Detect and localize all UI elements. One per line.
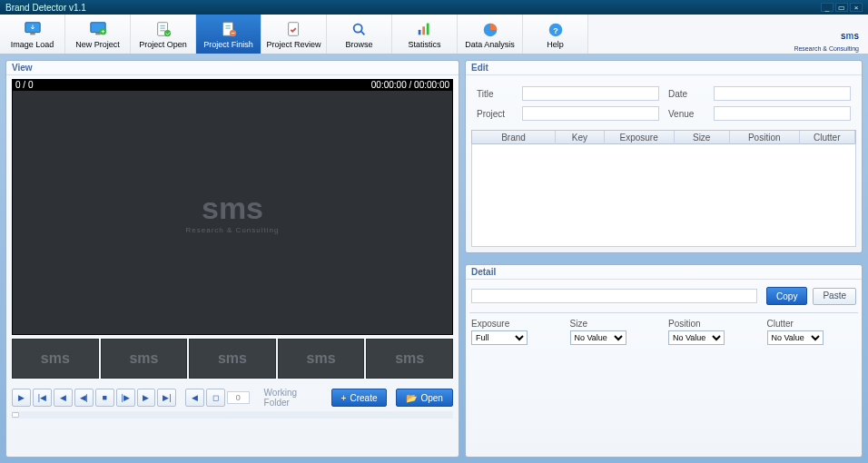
step-back-button[interactable]: ◀| bbox=[74, 389, 94, 407]
skip-end-button[interactable]: ▶| bbox=[157, 389, 176, 407]
toolbar-browse[interactable]: Browse bbox=[327, 15, 392, 54]
view-header: View bbox=[6, 61, 459, 75]
time-counter: 00:00:00 / 00:00:00 bbox=[371, 80, 449, 90]
date-label: Date bbox=[668, 89, 705, 99]
prev-button[interactable]: ◀ bbox=[54, 389, 73, 407]
counter-field: 0 bbox=[227, 391, 250, 404]
thumbnail-4[interactable]: sms bbox=[278, 339, 365, 379]
detail-panel: Detail Copy Paste ExposureFullSizeNo Val… bbox=[465, 264, 863, 458]
toolbar-statistics[interactable]: Statistics bbox=[392, 15, 458, 54]
folder-icon: 📂 bbox=[406, 393, 417, 403]
exposure-select[interactable]: Full bbox=[471, 330, 528, 345]
create-button[interactable]: + Create bbox=[331, 389, 388, 407]
thumbnail-1[interactable]: sms bbox=[12, 339, 99, 379]
field-exposure: ExposureFull bbox=[471, 319, 561, 345]
svg-rect-9 bbox=[288, 22, 298, 35]
working-folder-label: Working Folder bbox=[264, 388, 322, 408]
thumbnail-3[interactable]: sms bbox=[189, 339, 276, 379]
edit-panel: Edit Title Date Project Venue BrandKeyEx… bbox=[465, 60, 863, 253]
skip-start-button[interactable]: |◀ bbox=[33, 389, 52, 407]
svg-text:?: ? bbox=[553, 25, 558, 34]
project-input[interactable] bbox=[522, 106, 659, 121]
field-position: PositionNo Value bbox=[668, 319, 758, 345]
col-exposure: Exposure bbox=[605, 131, 675, 144]
close-button[interactable]: × bbox=[850, 3, 863, 12]
video-preview: sms Research & Consulting bbox=[12, 90, 453, 335]
copy-button[interactable]: Copy bbox=[766, 287, 807, 305]
field-size: SizeNo Value bbox=[570, 319, 660, 345]
main-toolbar: Image LoadNew ProjectProject OpenProject… bbox=[0, 15, 868, 54]
col-brand: Brand bbox=[472, 131, 556, 144]
toolbar-help[interactable]: ?Help bbox=[523, 15, 588, 54]
edit-header: Edit bbox=[466, 61, 862, 75]
frame-counter: 0 / 0 bbox=[15, 80, 33, 90]
plus-icon: + bbox=[341, 393, 347, 403]
window-titlebar: Brand Detector v1.1 _ ▭ × bbox=[0, 0, 868, 15]
open-button[interactable]: 📂 Open bbox=[396, 389, 452, 407]
minimize-button[interactable]: _ bbox=[821, 3, 833, 12]
title-label: Title bbox=[477, 89, 513, 99]
watermark-logo: sms bbox=[202, 191, 263, 226]
play-button[interactable]: ▶ bbox=[12, 389, 31, 407]
toolbar-new-project[interactable]: New Project bbox=[65, 15, 131, 54]
title-input[interactable] bbox=[522, 86, 659, 101]
next-button[interactable]: ▶ bbox=[137, 389, 156, 407]
detail-input[interactable] bbox=[471, 289, 757, 303]
scrollbar-thumb[interactable] bbox=[12, 412, 19, 418]
thumbnail-5[interactable]: sms bbox=[366, 339, 453, 379]
col-size: Size bbox=[675, 131, 730, 144]
monitor-down-icon bbox=[22, 20, 44, 38]
left-arrow-button[interactable]: ◀ bbox=[185, 389, 204, 407]
svg-point-6 bbox=[163, 29, 170, 35]
paste-button[interactable]: Paste bbox=[813, 288, 856, 305]
thumbnail-2[interactable]: sms bbox=[101, 339, 188, 379]
app-logo: smsResearch & Consulting bbox=[794, 15, 868, 54]
table-body bbox=[471, 144, 856, 247]
col-position: Position bbox=[730, 131, 800, 144]
window-title: Brand Detector v1.1 bbox=[5, 3, 86, 13]
video-info-bar: 0 / 0 00:00:00 / 00:00:00 bbox=[12, 79, 453, 90]
toolbar-project-open[interactable]: Project Open bbox=[131, 15, 196, 54]
scrollbar[interactable] bbox=[12, 411, 453, 419]
toolbar-data-analysis[interactable]: Data Analysis bbox=[458, 15, 523, 54]
toolbar-image-load[interactable]: Image Load bbox=[0, 15, 65, 54]
col-key: Key bbox=[556, 131, 605, 144]
col-clutter: Clutter bbox=[800, 131, 855, 144]
position-select[interactable]: No Value bbox=[668, 330, 725, 345]
detail-header: Detail bbox=[466, 265, 862, 280]
crop-button[interactable]: ◻ bbox=[206, 389, 225, 407]
size-select[interactable]: No Value bbox=[570, 330, 626, 345]
stop-button[interactable]: ■ bbox=[95, 389, 114, 407]
maximize-button[interactable]: ▭ bbox=[835, 3, 848, 12]
doc-open-icon bbox=[153, 20, 174, 38]
analysis-icon bbox=[479, 20, 501, 38]
chart-icon bbox=[414, 20, 436, 38]
help-icon: ? bbox=[545, 20, 567, 38]
clutter-select[interactable]: No Value bbox=[767, 330, 824, 345]
table-header: BrandKeyExposureSizePositionClutter bbox=[471, 130, 856, 144]
venue-label: Venue bbox=[668, 109, 705, 119]
venue-input[interactable] bbox=[714, 106, 851, 121]
doc-check-icon bbox=[218, 20, 240, 38]
field-clutter: ClutterNo Value bbox=[767, 319, 857, 345]
view-panel: View 0 / 0 00:00:00 / 00:00:00 sms Resea… bbox=[5, 60, 459, 458]
project-label: Project bbox=[477, 109, 513, 119]
toolbar-project-review[interactable]: Project Review bbox=[261, 15, 327, 54]
magnifier-icon bbox=[349, 20, 370, 38]
svg-rect-12 bbox=[422, 26, 425, 34]
step-fwd-button[interactable]: |▶ bbox=[116, 389, 135, 407]
toolbar-project-finish[interactable]: Project Finish bbox=[196, 15, 261, 54]
monitor-plus-icon bbox=[87, 20, 109, 38]
date-input[interactable] bbox=[714, 86, 851, 101]
doc-tick-icon bbox=[283, 20, 305, 38]
svg-point-10 bbox=[353, 24, 361, 32]
svg-rect-1 bbox=[30, 32, 35, 34]
svg-rect-3 bbox=[95, 32, 100, 34]
thumbnail-strip: sms sms sms sms sms bbox=[12, 339, 453, 379]
watermark-sub: Research & Consulting bbox=[186, 226, 280, 234]
svg-rect-11 bbox=[418, 29, 420, 34]
svg-rect-13 bbox=[426, 23, 429, 34]
